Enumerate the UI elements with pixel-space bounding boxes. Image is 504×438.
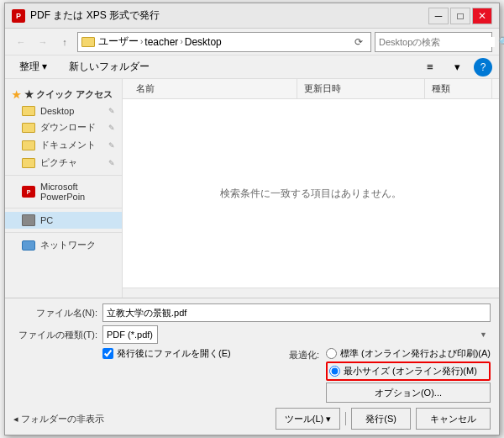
bottom-panel: ファイル名(N): ファイルの種類(T): PDF (*.pdf) 発行後にファ… — [5, 298, 499, 435]
horizontal-scrollbar[interactable] — [123, 288, 499, 298]
download-folder-icon — [22, 123, 35, 133]
open-after-publish-label: 発行後にファイルを開く(E) — [117, 347, 231, 360]
search-box[interactable]: 🔍 — [375, 32, 492, 52]
refresh-button[interactable]: ⟳ — [350, 34, 367, 50]
radio-standard[interactable] — [326, 348, 337, 359]
view-icon-button[interactable]: ≡ — [420, 58, 440, 77]
sidebar-divider-2 — [5, 208, 122, 208]
address-bar[interactable]: ユーザー › teacher › Desktop ⟳ — [77, 32, 371, 52]
filetype-row: ファイルの種類(T): PDF (*.pdf) — [13, 325, 491, 344]
col-header-name[interactable]: 名前 — [129, 79, 297, 98]
tools-button[interactable]: ツール(L) ▾ — [276, 408, 341, 430]
network-icon — [22, 240, 35, 251]
sidebar-label-documents: ドキュメント — [40, 139, 96, 151]
action-buttons: ツール(L) ▾ 発行(S) キャンセル — [276, 408, 491, 430]
sidebar-item-network[interactable]: ネットワーク — [5, 236, 122, 254]
sidebar-label-powerpoint: Microsoft PowerPoin — [40, 182, 115, 202]
sidebar-item-desktop[interactable]: Desktop ✎ — [5, 103, 122, 119]
pin-icon-documents: ✎ — [108, 141, 115, 150]
powerpoint-icon: P — [22, 186, 35, 198]
column-header: 名前 更新日時 種類 — [123, 79, 499, 99]
sidebar-item-downloads[interactable]: ダウンロード ✎ — [5, 119, 122, 136]
button-divider — [345, 412, 346, 425]
sidebar-label-pc: PC — [40, 215, 53, 225]
main-area: ★ ★ クイック アクセス Desktop ✎ ダウンロード ✎ ドキュメント … — [5, 79, 499, 298]
address-path: ユーザー › teacher › Desktop — [98, 34, 347, 49]
filetype-label: ファイルの種類(T): — [13, 329, 97, 341]
help-button[interactable]: ? — [474, 58, 492, 77]
close-button[interactable]: ✕ — [472, 8, 492, 24]
filename-row: ファイル名(N): — [13, 303, 491, 322]
filetype-select-wrapper: PDF (*.pdf) — [102, 325, 491, 344]
checkbox-row: 発行後にファイルを開く(E) — [102, 347, 277, 360]
view-dropdown-button[interactable]: ▾ — [447, 58, 467, 77]
sidebar-item-pc[interactable]: PC — [5, 212, 122, 229]
col-header-type[interactable]: 種類 — [425, 79, 492, 98]
radio-min-item: 最小サイズ (オンライン発行)(M) — [329, 365, 487, 377]
pin-icon-pictures: ✎ — [108, 159, 115, 167]
highlighted-min-size-box: 最小サイズ (オンライン発行)(M) — [326, 361, 491, 381]
title-bar: P PDF または XPS 形式で発行 ─ □ ✕ — [5, 3, 499, 29]
filename-input[interactable] — [102, 303, 491, 322]
up-button[interactable]: ↑ — [55, 33, 74, 51]
sidebar-divider-1 — [5, 175, 122, 176]
publish-button[interactable]: 発行(S) — [351, 408, 411, 430]
dialog-title: PDF または XPS 形式で発行 — [30, 8, 160, 23]
options-row: 発行後にファイルを開く(E) 最適化: 標準 (オンライン発行および印刷)(A)… — [13, 347, 491, 403]
quick-access-header[interactable]: ★ ★ クイック アクセス — [5, 86, 122, 103]
action-row: ◂ フォルダーの非表示 ツール(L) ▾ 発行(S) キャンセル — [13, 408, 491, 430]
address-part-user: ユーザー — [98, 34, 139, 49]
search-icon[interactable]: 🔍 — [498, 34, 504, 50]
title-bar-left: P PDF または XPS 形式で発行 — [12, 8, 160, 23]
radio-min-size[interactable] — [329, 366, 340, 377]
window-controls: ─ □ ✕ — [428, 8, 492, 24]
new-folder-button[interactable]: 新しいフォルダー — [61, 58, 157, 77]
folder-toggle[interactable]: ◂ フォルダーの非表示 — [13, 413, 104, 425]
dialog-window: P PDF または XPS 形式で発行 ─ □ ✕ ← → ↑ ユーザー › t… — [4, 3, 500, 435]
app-icon: P — [12, 9, 25, 23]
sidebar-item-documents[interactable]: ドキュメント ✎ — [5, 136, 122, 154]
organize-button[interactable]: 整理 ▾ — [12, 58, 55, 77]
maximize-button[interactable]: □ — [450, 8, 470, 24]
content-area: 名前 更新日時 種類 検索条件に一致する項目はありません。 — [123, 79, 499, 298]
open-after-publish-checkbox[interactable] — [102, 348, 113, 359]
address-toolbar: ← → ↑ ユーザー › teacher › Desktop ⟳ 🔍 — [5, 29, 499, 55]
documents-folder-icon — [22, 140, 35, 150]
options-button[interactable]: オプション(O)... — [326, 383, 491, 403]
forward-button[interactable]: → — [34, 33, 52, 51]
folder-icon — [22, 106, 35, 116]
sidebar-label-pictures: ピクチャ — [40, 156, 77, 169]
address-part-desktop: Desktop — [185, 36, 222, 48]
filetype-select[interactable]: PDF (*.pdf) — [102, 325, 158, 344]
pc-icon — [22, 214, 35, 226]
folder-icon — [81, 37, 95, 47]
sidebar: ★ ★ クイック アクセス Desktop ✎ ダウンロード ✎ ドキュメント … — [5, 79, 123, 298]
quick-access-section: ★ ★ クイック アクセス Desktop ✎ ダウンロード ✎ ドキュメント … — [5, 86, 122, 172]
pin-icon-downloads: ✎ — [108, 124, 115, 132]
cancel-button[interactable]: キャンセル — [416, 408, 491, 430]
empty-message: 検索条件に一致する項目はありません。 — [220, 187, 402, 201]
radio-group: 標準 (オンライン発行および印刷)(A) 最小サイズ (オンライン発行)(M) … — [326, 347, 491, 403]
address-part-teacher: teacher — [144, 36, 178, 48]
command-toolbar: 整理 ▾ 新しいフォルダー ≡ ▾ ? — [5, 55, 499, 79]
col-header-date[interactable]: 更新日時 — [297, 79, 425, 98]
filename-label: ファイル名(N): — [13, 307, 97, 319]
sidebar-item-pictures[interactable]: ピクチャ ✎ — [5, 154, 122, 172]
file-list: 検索条件に一致する項目はありません。 — [123, 99, 499, 288]
options-right: 最適化: 標準 (オンライン発行および印刷)(A) 最小サイズ (オンライン発行… — [289, 347, 491, 403]
sidebar-label-desktop: Desktop — [40, 106, 74, 116]
quick-access-label: ★ クイック アクセス — [24, 88, 113, 101]
star-icon: ★ — [12, 89, 21, 101]
search-input[interactable] — [379, 37, 495, 47]
pin-icon-desktop: ✎ — [108, 107, 115, 115]
radio-standard-label: 標準 (オンライン発行および印刷)(A) — [340, 347, 491, 360]
pictures-folder-icon — [22, 158, 35, 168]
sidebar-label-downloads: ダウンロード — [40, 121, 96, 134]
back-button[interactable]: ← — [12, 33, 30, 51]
sidebar-label-network: ネットワーク — [40, 239, 96, 251]
sidebar-divider-3 — [5, 232, 122, 233]
minimize-button[interactable]: ─ — [428, 8, 449, 24]
radio-standard-item: 標準 (オンライン発行および印刷)(A) — [326, 347, 491, 360]
optimize-label: 最適化: — [289, 347, 319, 361]
sidebar-item-powerpoint[interactable]: P Microsoft PowerPoin — [5, 179, 122, 204]
